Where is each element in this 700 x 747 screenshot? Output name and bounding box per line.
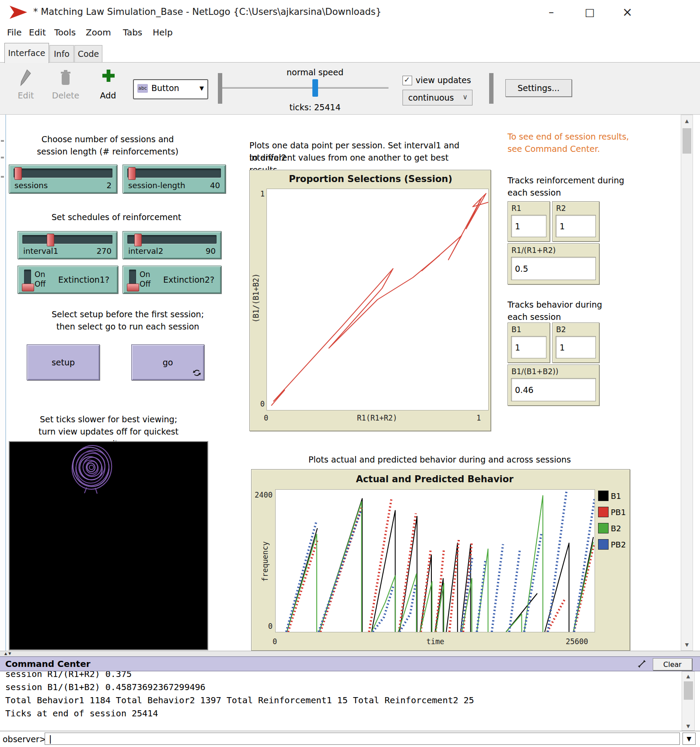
b-ratio-monitor-value: 0.46 xyxy=(515,385,533,395)
update-mode-dropdown[interactable]: continuous ∨ xyxy=(402,90,472,105)
setup-button[interactable]: setup xyxy=(27,344,100,380)
behavior-ytick-bottom: 0 xyxy=(259,622,273,631)
menu-file[interactable]: File xyxy=(7,27,21,38)
session-length-slider-label: session-length xyxy=(128,181,186,190)
settings-button-label: Settings... xyxy=(518,83,560,93)
legend-swatch xyxy=(598,491,609,501)
setup-note-line2: then select go to run each session xyxy=(46,320,209,333)
maximize-button[interactable]: □ xyxy=(580,4,599,20)
history-dropdown[interactable]: ▼ xyxy=(682,733,696,745)
menu-help[interactable]: Help xyxy=(153,27,173,38)
legend-label-b1: B1 xyxy=(611,491,621,501)
go-button[interactable]: go xyxy=(131,344,204,380)
plot2-caption: Plots actual and predicted behavior duri… xyxy=(249,453,630,466)
expand-icon[interactable] xyxy=(637,659,647,669)
menu-tabs[interactable]: Tabs xyxy=(123,27,142,38)
behavior-xaxis-label: time xyxy=(383,637,488,646)
tab-interface[interactable]: Interface xyxy=(4,43,49,63)
output-scrollbar-thumb[interactable] xyxy=(684,681,693,700)
tab-info[interactable]: Info xyxy=(49,45,74,63)
settings-button[interactable]: Settings... xyxy=(505,79,572,97)
extinction2-switch-label: Extinction2? xyxy=(163,266,214,293)
interval2-slider-handle[interactable] xyxy=(134,234,142,246)
proportion-plot-title: Proportion Selections (Session) xyxy=(250,174,491,184)
r1-monitor: R1 1 xyxy=(508,201,550,242)
interval1-slider-handle[interactable] xyxy=(47,234,54,246)
main-scrollbar-thumb[interactable] xyxy=(682,128,691,154)
b1-monitor-value: 1 xyxy=(515,343,520,352)
sessions-slider-handle[interactable] xyxy=(14,167,22,180)
legend-label-b2: B2 xyxy=(611,524,621,533)
title-bar: * Matching Law Simulation_Base - NetLogo… xyxy=(0,0,700,24)
command-hint-line1: To see end of session results, xyxy=(508,130,639,143)
world-view xyxy=(9,441,208,650)
r2-monitor: R2 1 xyxy=(552,201,599,242)
proportion-xtick-right: 1 xyxy=(476,414,481,422)
interval2-slider-value: 90 xyxy=(206,246,216,256)
scroll-down-icon[interactable]: ▼ xyxy=(682,722,694,730)
interval2-slider[interactable]: interval2 90 xyxy=(122,231,221,259)
legend-swatch xyxy=(598,523,609,533)
widget-type-dropdown[interactable]: abc Button ▼ xyxy=(133,79,208,99)
extinction2-on-label: On xyxy=(140,270,150,278)
turtle-blob xyxy=(10,442,207,649)
command-center-divider[interactable]: ▲▼ xyxy=(0,651,700,656)
interval1-slider-label: interval1 xyxy=(23,246,58,256)
command-center-header: Command Center Clear xyxy=(0,656,700,671)
extinction1-switch-handle[interactable] xyxy=(22,284,34,291)
output-scrollbar[interactable]: ▲ ▼ xyxy=(682,671,695,731)
scroll-up-icon[interactable]: ▲ xyxy=(682,672,694,680)
b2-monitor: B2 1 xyxy=(552,323,599,363)
tab-row: Interface Info Code xyxy=(0,42,700,62)
interval1-slider[interactable]: interval1 270 xyxy=(18,231,117,259)
abc-icon: abc xyxy=(137,84,148,93)
window-title: * Matching Law Simulation_Base - NetLogo… xyxy=(33,7,382,17)
clear-button[interactable]: Clear xyxy=(653,658,692,670)
resize-handle-icon[interactable]: ▲▼ xyxy=(4,652,12,656)
minimize-button[interactable]: – xyxy=(542,4,561,20)
behavior-plot-canvas xyxy=(276,490,595,632)
legend-item-pb2: PB2 xyxy=(598,539,629,550)
behavior-xtick-right: 25600 xyxy=(566,637,601,646)
sessions-slider[interactable]: sessions 2 xyxy=(9,165,117,193)
session-length-slider[interactable]: session-length 40 xyxy=(122,165,226,193)
chevron-down-icon: ∨ xyxy=(462,93,468,101)
scroll-up-icon[interactable]: ▲ xyxy=(681,115,693,126)
command-hint-line2: see Command Center. xyxy=(508,143,639,155)
proportion-xaxis-label: R1(R1+R2) xyxy=(325,414,430,422)
command-input[interactable]: | xyxy=(45,733,680,745)
speed-slider-handle[interactable] xyxy=(312,79,318,97)
session-length-slider-handle[interactable] xyxy=(128,167,136,180)
output-line: Total Behavior1 1184 Total Behavior2 139… xyxy=(5,695,474,705)
sessions-note-line1: Choose number of sessions and xyxy=(26,133,189,145)
schedules-note: Set schedules of reinforcement xyxy=(35,211,198,223)
menu-bar: File Edit Tools Zoom Tabs Help xyxy=(0,24,700,42)
extinction2-switch-handle[interactable] xyxy=(127,284,139,291)
output-line: Ticks at end of session 25414 xyxy=(5,708,158,719)
main-scrollbar[interactable]: ▲ ▼ xyxy=(681,115,693,651)
ticks-counter: ticks: 25414 xyxy=(276,101,354,113)
view-updates-checkbox[interactable]: ✓ xyxy=(402,76,412,85)
close-button[interactable]: × xyxy=(618,4,637,20)
pencil-icon xyxy=(18,69,32,87)
view-updates-label: view updates xyxy=(416,75,471,85)
speed-slider-track[interactable] xyxy=(222,87,388,89)
b2-monitor-value: 1 xyxy=(560,343,565,352)
toolbar: Edit Delete Add abc Button ▼ normal spee… xyxy=(0,62,700,115)
menu-zoom[interactable]: Zoom xyxy=(86,27,111,38)
delete-button-label: Delete xyxy=(49,91,82,100)
go-button-label: go xyxy=(163,358,173,367)
menu-edit[interactable]: Edit xyxy=(29,27,46,38)
menu-tools[interactable]: Tools xyxy=(54,27,76,38)
proportion-yaxis-label: (B1/(B1+B2) xyxy=(252,259,260,337)
text-caret: | xyxy=(48,733,53,744)
netlogo-logo-icon xyxy=(9,5,28,20)
reinforcement-note-line1: Tracks reinforcement during xyxy=(508,174,639,186)
proportion-ytick-bottom: 0 xyxy=(252,400,265,408)
tab-code[interactable]: Code xyxy=(74,45,102,63)
extinction2-switch[interactable]: On Off Extinction2? xyxy=(122,266,221,294)
scroll-down-icon[interactable]: ▼ xyxy=(681,639,693,650)
behavior-plot: Actual and Predicted Behavior 2400 0 0 t… xyxy=(251,469,630,651)
extinction1-switch[interactable]: On Off Extinction1? xyxy=(18,266,118,294)
proportion-plot: Proportion Selections (Session) 1 0 0 R1… xyxy=(249,170,491,431)
